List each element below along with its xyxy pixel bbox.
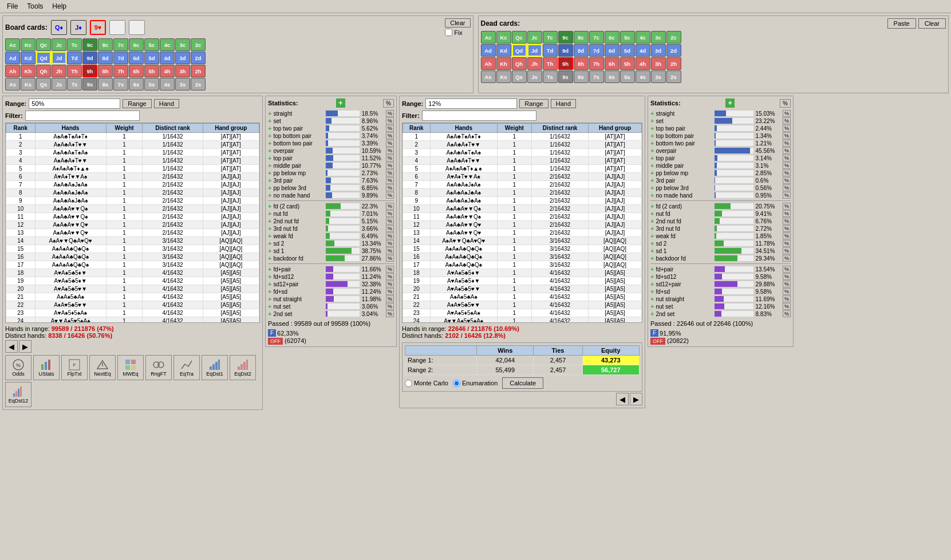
card-9s[interactable]: 9s — [82, 78, 97, 90]
dead-paste-button[interactable]: Paste — [887, 18, 916, 29]
stat-plus-icon[interactable]: + — [268, 132, 271, 139]
stat-plus-icon[interactable]: + — [268, 295, 271, 302]
card-Jc[interactable]: Jc — [52, 38, 66, 51]
stat-pct-btn[interactable]: % — [386, 162, 394, 169]
stat-pct-btn[interactable]: % — [783, 255, 791, 262]
dead-card-Jd[interactable]: Jd — [527, 44, 542, 57]
table-row[interactable]: 2A♠A♣A♦T♥▼11/16432[AT][AT] — [403, 141, 642, 149]
stat-pct-btn[interactable]: % — [783, 273, 791, 280]
stat-pct-btn[interactable]: % — [386, 210, 394, 217]
stat-pct-btn[interactable]: % — [783, 192, 791, 199]
stat-plus-icon[interactable]: + — [650, 140, 654, 147]
stat-plus-icon[interactable]: + — [650, 110, 654, 117]
dead-card-8c[interactable]: 8c — [574, 31, 589, 44]
dead-card-Js[interactable]: Js — [527, 70, 542, 83]
stat-pct-btn[interactable]: % — [386, 117, 394, 124]
stat-plus-icon[interactable]: + — [650, 203, 654, 210]
dead-card-8d[interactable]: 8d — [574, 44, 589, 57]
stat-pct-btn[interactable]: % — [386, 232, 394, 239]
stat-plus-icon[interactable]: + — [650, 255, 654, 262]
stat-pct-btn[interactable]: % — [386, 310, 394, 317]
stat-pct-btn[interactable]: % — [386, 266, 394, 273]
stat-pct-btn[interactable]: % — [386, 132, 394, 139]
stat-plus-icon[interactable]: + — [650, 247, 654, 254]
dead-card-Ah[interactable]: Ah — [481, 57, 496, 70]
stat-plus-icon[interactable]: + — [650, 240, 654, 247]
dead-card-7c[interactable]: 7c — [589, 31, 604, 44]
dead-card-3s[interactable]: 3s — [651, 70, 666, 83]
card-3c[interactable]: 3c — [175, 38, 190, 51]
dead-card-3c[interactable]: 3c — [651, 31, 666, 44]
stat-plus-icon[interactable]: + — [268, 117, 271, 124]
table-row[interactable]: 14A♠A♥▼Q♣A♥Q♥13/16432[AQ][AQ] — [403, 237, 642, 245]
card-Ac[interactable]: Ac — [5, 38, 20, 51]
stat-pct-btn[interactable]: % — [386, 295, 394, 302]
dead-card-Jc[interactable]: Jc — [527, 31, 542, 44]
stat-pct-btn[interactable]: % — [386, 155, 394, 161]
card-5c[interactable]: 5c — [144, 38, 159, 51]
stat-pct-btn[interactable]: % — [783, 140, 791, 147]
dead-card-7d[interactable]: 7d — [589, 44, 604, 57]
card-Kc[interactable]: Kc — [21, 38, 35, 51]
icon-btn-flptxt[interactable]: F FlpTxt — [61, 355, 88, 380]
card-7d[interactable]: 7d — [113, 52, 128, 64]
range1-range-button[interactable]: Range — [123, 99, 151, 108]
dead-card-2h[interactable]: 2h — [666, 57, 681, 70]
table-row[interactable]: 18A♥A♠5♣5♦▼14/16432[A5][A5] — [6, 269, 259, 277]
table-row[interactable]: 16A♠A♠A♣Q♣Q♠13/16432[AQ][AQ] — [403, 253, 642, 261]
stat-pct-btn[interactable]: % — [783, 177, 791, 184]
table-row[interactable]: 10A♠A♣A♥▼Q♠12/16432[AJ][AJ] — [6, 205, 259, 213]
card-Td[interactable]: Td — [67, 52, 82, 64]
table-row[interactable]: 7A♠A♣A♠J♠A♠12/16432[AJ][AJ] — [403, 181, 642, 189]
table-row[interactable]: 17A♠A♠A♣Q♣Q♠13/16432[AQ][AQ] — [6, 261, 259, 269]
table-row[interactable]: 19A♥A♠5♣5♦▼14/16432[A5][A5] — [403, 277, 642, 285]
card-6c[interactable]: 6c — [129, 38, 144, 51]
stat-plus-icon[interactable]: + — [650, 132, 654, 139]
stat-pct-btn[interactable]: % — [783, 203, 791, 210]
stat-pct-btn[interactable]: % — [386, 240, 394, 247]
table-row[interactable]: 12A♠A♣A♥▼Q♥12/16432[AJ][AJ] — [6, 221, 259, 229]
stat-pct-btn[interactable]: % — [386, 225, 394, 232]
stat-pct-btn[interactable]: % — [783, 303, 791, 310]
stat-plus-icon[interactable]: + — [650, 125, 654, 132]
table-row[interactable]: 19A♥A♠5♣5♦▼14/16432[A5][A5] — [6, 277, 259, 285]
dead-card-4c[interactable]: 4c — [636, 31, 650, 44]
stat-plus-icon[interactable]: + — [268, 218, 271, 224]
dead-card-8s[interactable]: 8s — [574, 70, 589, 83]
stat-plus-icon[interactable]: + — [268, 184, 271, 191]
dead-card-2d[interactable]: 2d — [666, 44, 681, 57]
icon-btn-ustats[interactable]: UStats — [33, 355, 60, 380]
stat-plus-icon[interactable]: + — [268, 303, 271, 310]
table-row[interactable]: 4A♠A♣A♦T♥▼11/16432[AT][AT] — [6, 157, 259, 165]
board-clear-button[interactable]: Clear — [445, 18, 470, 27]
card-5s[interactable]: 5s — [144, 78, 159, 90]
card-8d[interactable]: 8d — [98, 52, 113, 64]
table-row[interactable]: 22A♦A♥5♣5♥▼14/16432[A5][A5] — [403, 301, 642, 309]
dead-card-5s[interactable]: 5s — [620, 70, 635, 83]
card-4c[interactable]: 4c — [160, 38, 175, 51]
menu-file[interactable]: File — [3, 1, 21, 11]
table-row[interactable]: 17A♠A♠A♣Q♣Q♠13/16432[AQ][AQ] — [403, 261, 642, 269]
icon-btn-eqdst1[interactable]: EqDst1 — [202, 355, 228, 380]
card-Qc[interactable]: Qc — [36, 38, 51, 51]
stat-pct-btn[interactable]: % — [783, 117, 791, 124]
stat-plus-icon[interactable]: + — [268, 240, 271, 247]
table-row[interactable]: 21A♠A♠5♣A♠14/16432[A5][A5] — [6, 293, 259, 301]
dead-card-6c[interactable]: 6c — [605, 31, 619, 44]
icon-btn-eqtra[interactable]: EqTra — [173, 355, 200, 380]
card-3h[interactable]: 3h — [175, 65, 190, 77]
menu-tools[interactable]: Tools — [23, 1, 46, 11]
stat-plus-icon[interactable]: + — [268, 192, 271, 199]
board-card-jd[interactable]: J♦ — [70, 20, 86, 35]
table-row[interactable]: 11A♠A♣A♥▼Q♠12/16432[AJ][AJ] — [6, 213, 259, 221]
card-7h[interactable]: 7h — [113, 65, 128, 77]
dead-card-3d[interactable]: 3d — [651, 44, 666, 57]
stat-pct-btn[interactable]: % — [783, 147, 791, 154]
table-row[interactable]: 24A♥▼A♠5♥5♠A♠14/16432[A5][A5] — [6, 317, 259, 324]
dead-card-7s[interactable]: 7s — [589, 70, 604, 83]
card-8c[interactable]: 8c — [98, 38, 113, 51]
card-6s[interactable]: 6s — [129, 78, 144, 90]
table-row[interactable]: 2A♠A♣A♦T♥▼11/16432[AT][AT] — [6, 141, 259, 149]
stat-plus-icon[interactable]: + — [268, 288, 271, 295]
dead-card-Ac[interactable]: Ac — [481, 31, 496, 44]
